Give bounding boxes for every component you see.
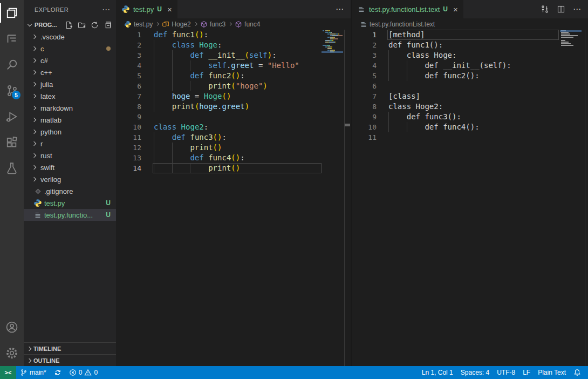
file-label: matlab — [40, 116, 61, 124]
code-line-6[interactable]: 6 — [352, 81, 588, 91]
line-number: 2 — [352, 40, 377, 50]
code-line-12[interactable]: 12 print() — [116, 143, 351, 153]
breadcrumb-item-func4[interactable]: func4 — [235, 21, 260, 28]
explorer-item-markdown[interactable]: markdown — [24, 102, 116, 114]
chevron-right-icon — [32, 70, 36, 75]
explorer-more-actions-icon[interactable]: ⋯ — [102, 5, 111, 15]
notifications-bell-icon[interactable] — [570, 366, 585, 379]
source-control-icon[interactable]: 5 — [0, 78, 24, 104]
code-line-14[interactable]: 14 print() — [116, 163, 351, 173]
outline-panel-header[interactable]: OUTLINE — [24, 354, 116, 366]
overview-ruler[interactable] — [585, 30, 588, 366]
status-indentation[interactable]: Spaces: 4 — [457, 366, 493, 379]
explorer-item-r[interactable]: r — [24, 138, 116, 150]
extensions-icon[interactable] — [0, 130, 24, 155]
status-encoding[interactable]: UTF-8 — [493, 366, 519, 379]
status-language-mode[interactable]: Plain Text — [534, 366, 570, 379]
code-line-8[interactable]: 8class Hoge2: — [352, 101, 588, 112]
tab-test.py.functionList.text[interactable]: test.py.functionList.textU× — [352, 0, 463, 18]
explorer-item-swift[interactable]: swift — [24, 161, 116, 173]
explorer-icon[interactable] — [0, 0, 24, 26]
testing-icon[interactable] — [0, 155, 24, 181]
run-debug-icon[interactable] — [0, 104, 24, 130]
workspace-section-header[interactable]: PROG... — [24, 19, 116, 31]
code-editor[interactable]: 1[method]2def func1():3 class Hoge:4 def… — [352, 30, 588, 366]
file-label: c — [40, 45, 44, 53]
explorer-item-c-[interactable]: c++ — [24, 66, 116, 78]
explorer-item-verilog[interactable]: verilog — [24, 173, 116, 185]
code-line-7[interactable]: 7[class] — [352, 91, 588, 101]
collapse-all-icon[interactable] — [104, 21, 112, 29]
git-branch-status[interactable]: main* — [16, 366, 50, 379]
overview-ruler[interactable] — [344, 30, 351, 366]
explorer-item-python[interactable]: python — [24, 126, 116, 138]
open-changes-icon[interactable] — [541, 5, 549, 13]
code-line-11[interactable]: 11 def func3(): — [116, 132, 351, 143]
account-icon[interactable] — [0, 314, 24, 340]
minimap[interactable] — [561, 30, 582, 48]
explorer-item-latex[interactable]: latex — [24, 90, 116, 102]
code-line-7[interactable]: 7 hoge = Hoge() — [116, 91, 351, 101]
code-line-10[interactable]: 10class Hoge2: — [116, 122, 351, 132]
code-line-6[interactable]: 6 print("hoge") — [116, 81, 351, 91]
minimap[interactable] — [323, 30, 343, 53]
code-line-9[interactable]: 9 — [116, 112, 351, 122]
code-line-4[interactable]: 4 def __init__(self): — [352, 60, 588, 71]
code-line-1[interactable]: 1def func1(): — [116, 30, 351, 40]
explorer-item-test-py[interactable]: test.pyU — [24, 197, 116, 209]
warning-count: 0 — [94, 369, 98, 376]
explorer-item-julia[interactable]: julia — [24, 78, 116, 90]
close-icon[interactable]: × — [167, 5, 172, 13]
code-line-5[interactable]: 5 def func2(): — [116, 71, 351, 81]
breadcrumb-item-hoge2[interactable]: Hoge2 — [162, 21, 190, 28]
code-line-9[interactable]: 9 def func3(): — [352, 112, 588, 122]
explorer-item-c[interactable]: c — [24, 43, 116, 55]
code-line-1[interactable]: 1[method] — [352, 30, 588, 40]
sync-status[interactable] — [50, 366, 65, 379]
code-line-4[interactable]: 4 self.greet = "Hello" — [116, 60, 351, 71]
split-editor-icon[interactable] — [557, 5, 565, 13]
code-line-2[interactable]: 2 class Hoge: — [116, 40, 351, 50]
code-editor[interactable]: 1def func1():2 class Hoge:3 def __init__… — [116, 30, 351, 366]
status-eol[interactable]: LF — [519, 366, 534, 379]
settings-gear-icon[interactable] — [0, 340, 24, 366]
new-folder-icon[interactable] — [78, 21, 86, 29]
code-line-13[interactable]: 13 def func4(): — [116, 153, 351, 163]
line-text: class Hoge: — [154, 40, 222, 50]
more-actions-icon[interactable]: ⋯ — [573, 4, 582, 14]
explorer-item-rust[interactable]: rust — [24, 150, 116, 161]
tab-test.py[interactable]: test.pyU× — [116, 0, 177, 18]
more-actions-icon[interactable]: ⋯ — [336, 4, 344, 14]
problems-status[interactable]: 0 0 — [65, 366, 101, 379]
chevron-right-icon — [32, 118, 36, 122]
tab-bar: test.py.functionList.textU×⋯ — [352, 0, 588, 18]
breadcrumb-item-test.py[interactable]: test.py — [124, 21, 153, 28]
line-number: 3 — [352, 50, 377, 60]
list-tree-icon[interactable] — [0, 26, 24, 52]
new-file-icon[interactable] — [65, 21, 73, 29]
close-icon[interactable]: × — [453, 5, 458, 13]
explorer-item-matlab[interactable]: matlab — [24, 114, 116, 126]
code-line-5[interactable]: 5 def func2(): — [352, 71, 588, 81]
code-line-3[interactable]: 3 class Hoge: — [352, 50, 588, 60]
code-line-8[interactable]: 8 print(hoge.greet) — [116, 101, 351, 112]
search-icon[interactable] — [0, 52, 24, 78]
explorer-item-c-[interactable]: c# — [24, 55, 116, 66]
remote-indicator[interactable]: >< — [0, 366, 16, 379]
refresh-icon[interactable] — [91, 21, 99, 29]
breadcrumb-item-test.py.functionlist.text[interactable]: test.py.functionList.text — [360, 21, 435, 28]
explorer-item--gitignore[interactable]: .gitignore — [24, 185, 116, 197]
code-line-2[interactable]: 2def func1(): — [352, 40, 588, 50]
branch-name: main* — [30, 369, 46, 376]
explorer-item--vscode[interactable]: .vscode — [24, 31, 116, 43]
chevron-right-icon — [27, 358, 31, 362]
code-line-3[interactable]: 3 def __init__(self): — [116, 50, 351, 60]
code-line-11[interactable]: 11 — [352, 132, 588, 143]
gitignore-file-icon — [33, 187, 42, 195]
explorer-item-test-py-functio-[interactable]: test.py.functio...U — [24, 209, 116, 221]
status-cursor-position[interactable]: Ln 1, Col 1 — [418, 366, 457, 379]
file-label: r — [40, 140, 43, 148]
timeline-panel-header[interactable]: TIMELINE — [24, 342, 116, 354]
breadcrumb-item-func3[interactable]: func3 — [200, 21, 225, 28]
code-line-10[interactable]: 10 def func4(): — [352, 122, 588, 132]
